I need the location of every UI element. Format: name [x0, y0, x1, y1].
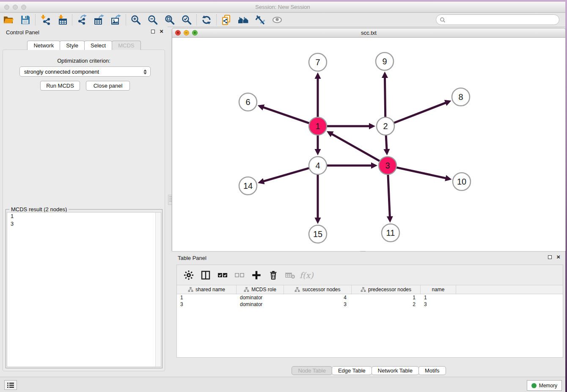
- attribute-settings-icon[interactable]: [181, 268, 196, 283]
- column-header-name[interactable]: name: [421, 285, 456, 294]
- close-panel-icon[interactable]: ×: [160, 28, 163, 35]
- export-table-icon[interactable]: [91, 14, 107, 26]
- table-cell[interactable]: dominator: [237, 301, 284, 308]
- deselect-all-icon[interactable]: [232, 268, 247, 283]
- open-session-icon[interactable]: [0, 14, 17, 26]
- memory-button[interactable]: Memory: [527, 380, 562, 391]
- save-session-icon[interactable]: [17, 14, 34, 26]
- zoom-selected-region-icon[interactable]: [178, 14, 195, 26]
- optimization-criterion-select[interactable]: strongly connected component: [19, 66, 151, 77]
- graph-edge-2-9[interactable]: [385, 76, 385, 119]
- first-neighbors-icon[interactable]: [235, 14, 252, 26]
- table-row[interactable]: 3dominator323: [177, 301, 563, 308]
- memory-status-icon: [531, 383, 537, 388]
- graph-edge-2-8[interactable]: [393, 102, 447, 124]
- table-cell[interactable]: 1: [352, 294, 421, 301]
- hide-visual-mapping-icon[interactable]: [252, 14, 269, 26]
- graph-edge-3-10[interactable]: [395, 167, 447, 179]
- node-label-14: 14: [243, 181, 253, 190]
- delete-table-icon[interactable]: [283, 268, 298, 283]
- table-cell[interactable]: 1: [177, 294, 237, 301]
- edge-arrowhead: [315, 218, 321, 224]
- column-type-icon: [295, 287, 300, 292]
- tab-motifs[interactable]: Motifs: [418, 366, 446, 375]
- network-graph[interactable]: 7968124314101511: [172, 38, 565, 251]
- table-row[interactable]: 1dominator411: [177, 294, 563, 301]
- select-all-icon[interactable]: [215, 268, 230, 283]
- column-header-label: predecessor nodes: [368, 287, 411, 293]
- toolbar-separator: [72, 14, 72, 25]
- graph-edge-3-1[interactable]: [330, 133, 381, 162]
- function-builder-icon[interactable]: f(x): [300, 271, 314, 280]
- window-title: Session: New Session: [0, 4, 565, 10]
- tab-style[interactable]: Style: [60, 41, 85, 50]
- export-network-icon[interactable]: [74, 14, 91, 26]
- tab-node-table[interactable]: Node Table: [292, 366, 332, 375]
- search-input[interactable]: [446, 17, 559, 23]
- column-header-shared-name[interactable]: shared name: [177, 285, 237, 294]
- table-cell[interactable]: dominator: [237, 294, 284, 301]
- node-label-15: 15: [313, 229, 322, 239]
- tab-edge-table[interactable]: Edge Table: [332, 366, 372, 375]
- edge-arrowhead: [371, 163, 377, 169]
- graph-edge-1-6[interactable]: [262, 107, 311, 124]
- apply-preferred-layout-icon[interactable]: [198, 14, 215, 26]
- mcds-result-groupbox: MCDS result (2 nodes) 13: [6, 209, 162, 368]
- edge-arrowhead: [258, 178, 264, 184]
- zoom-fit-content-icon[interactable]: [161, 14, 178, 26]
- table-cell[interactable]: 3: [284, 301, 352, 308]
- toolbar-separator: [216, 14, 217, 25]
- graph-edge-2-3[interactable]: [386, 134, 387, 151]
- optimization-criterion-value: strongly connected component: [24, 69, 99, 75]
- column-header-MCDS-role[interactable]: MCDS role: [237, 285, 284, 294]
- tab-network[interactable]: Network: [27, 41, 60, 50]
- close-panel-icon[interactable]: ×: [556, 253, 560, 261]
- mcds-panel: Optimization criterion: strongly connect…: [3, 50, 165, 371]
- table-cell[interactable]: 4: [284, 294, 352, 301]
- network-window-titlebar[interactable]: × − + scc.txt: [172, 28, 565, 38]
- table-cell[interactable]: 2: [352, 301, 421, 308]
- zoom-in-icon[interactable]: [127, 14, 144, 26]
- network-canvas[interactable]: 7968124314101511: [172, 38, 565, 251]
- import-table-from-file-icon[interactable]: [54, 14, 71, 26]
- node-label-8: 8: [458, 92, 463, 102]
- list-icon: [7, 382, 14, 388]
- scrollbar[interactable]: [155, 213, 161, 367]
- delete-columns-icon[interactable]: [266, 268, 281, 283]
- close-panel-button[interactable]: Close panel: [86, 81, 130, 91]
- table-panel-header: Table Panel ×: [172, 252, 565, 263]
- network-window-title: scc.txt: [172, 30, 565, 36]
- table-cell[interactable]: 3: [177, 301, 237, 308]
- node-label-2: 2: [383, 121, 388, 131]
- mcds-result-list[interactable]: 13: [7, 212, 161, 367]
- task-history-button[interactable]: [4, 380, 17, 390]
- show-graphics-details-icon[interactable]: [269, 14, 286, 26]
- node-label-4: 4: [315, 161, 320, 170]
- column-header-predecessor-nodes[interactable]: predecessor nodes: [352, 285, 421, 294]
- window-titlebar: Session: New Session: [0, 2, 565, 13]
- column-header-successor-nodes[interactable]: successor nodes: [284, 285, 352, 294]
- float-panel-icon[interactable]: [151, 30, 155, 33]
- node-label-1: 1: [315, 121, 320, 131]
- zoom-out-icon[interactable]: [144, 14, 161, 26]
- column-header-label: shared name: [195, 287, 225, 293]
- graph-edge-3-11[interactable]: [388, 173, 390, 218]
- node-label-3: 3: [385, 161, 390, 170]
- table-cell[interactable]: 3: [421, 301, 456, 308]
- create-column-icon[interactable]: [249, 268, 264, 283]
- search-box[interactable]: [436, 14, 559, 25]
- import-network-from-file-icon[interactable]: [37, 14, 54, 26]
- export-image-icon[interactable]: [107, 14, 124, 26]
- new-network-from-file-icon[interactable]: [218, 14, 235, 26]
- table-cell[interactable]: 1: [421, 294, 456, 301]
- float-panel-icon[interactable]: [548, 255, 552, 259]
- edge-arrowhead: [315, 149, 321, 155]
- run-mcds-button[interactable]: Run MCDS: [40, 81, 80, 91]
- panel-layout-icon[interactable]: [198, 268, 213, 283]
- tab-select[interactable]: Select: [84, 41, 112, 50]
- tab-mcds[interactable]: MCDS: [112, 41, 140, 50]
- graph-edge-4-14[interactable]: [262, 168, 311, 182]
- toolbar-separator: [126, 14, 126, 25]
- control-panel-title: Control Panel: [6, 29, 39, 36]
- tab-network-table[interactable]: Network Table: [372, 366, 419, 375]
